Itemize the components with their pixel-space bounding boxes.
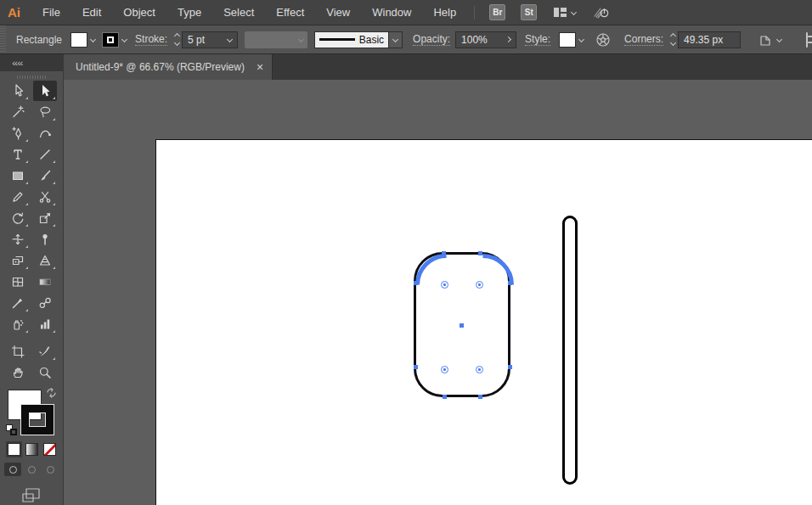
color-button[interactable] xyxy=(8,443,20,456)
fill-swatch[interactable] xyxy=(70,32,87,48)
anchor-point[interactable] xyxy=(414,281,418,285)
workspace-switcher[interactable] xyxy=(553,7,576,19)
anchor-point[interactable] xyxy=(508,281,512,285)
panel-grip[interactable] xyxy=(17,76,46,79)
align-icon-partial[interactable] xyxy=(805,32,812,48)
chevron-down-icon[interactable] xyxy=(227,36,233,42)
gradient-button[interactable] xyxy=(25,443,38,456)
lasso-tool[interactable] xyxy=(33,102,57,122)
brush-definition-field[interactable]: Basic xyxy=(314,31,389,48)
symbol-sprayer-tool[interactable] xyxy=(6,314,30,334)
anchor-point[interactable] xyxy=(442,251,446,255)
swap-fill-stroke-icon[interactable] xyxy=(46,388,57,398)
selection-tool[interactable] xyxy=(33,81,57,101)
menu-effect[interactable]: Effect xyxy=(265,6,315,19)
menu-object[interactable]: Object xyxy=(112,6,166,19)
corners-stepper[interactable] xyxy=(671,34,675,45)
stepper-down-icon[interactable] xyxy=(174,40,180,46)
anchor-point[interactable] xyxy=(478,251,482,255)
fill-color-control[interactable] xyxy=(70,32,95,48)
menu-help[interactable]: Help xyxy=(422,6,467,19)
live-corner-widget[interactable] xyxy=(476,281,483,289)
live-corner-widget[interactable] xyxy=(441,281,448,289)
column-graph-tool[interactable] xyxy=(33,314,57,334)
live-corner-widget[interactable] xyxy=(441,366,448,373)
opacity-field[interactable]: 100% xyxy=(455,31,516,48)
canvas[interactable] xyxy=(64,80,812,505)
scissors-tool[interactable] xyxy=(33,187,57,207)
stroke-proxy[interactable] xyxy=(21,405,54,435)
menu-file[interactable]: File xyxy=(31,6,71,19)
pencil-tool[interactable] xyxy=(6,187,30,207)
anchor-point[interactable] xyxy=(443,395,447,399)
bridge-button[interactable]: Br xyxy=(489,4,505,20)
style-swatch[interactable] xyxy=(559,32,576,48)
curvature-tool[interactable] xyxy=(33,123,57,143)
anchor-point[interactable] xyxy=(478,395,482,399)
opacity-link[interactable]: Opacity: xyxy=(413,33,450,46)
control-bar-grip[interactable] xyxy=(0,25,6,53)
menu-view[interactable]: View xyxy=(315,6,361,19)
direct-selection-tool[interactable] xyxy=(6,81,30,101)
shape-builder-tool[interactable] xyxy=(6,250,30,271)
stepper-down-icon[interactable] xyxy=(670,40,676,46)
width-tool[interactable] xyxy=(6,229,30,250)
draw-behind-button[interactable] xyxy=(23,463,40,476)
close-tab-button[interactable]: × xyxy=(257,61,263,73)
menu-edit[interactable]: Edit xyxy=(71,6,112,19)
anchor-point[interactable] xyxy=(508,365,512,369)
menu-select[interactable]: Select xyxy=(212,6,265,19)
recolor-artwork-icon[interactable] xyxy=(595,32,611,48)
pen-tool[interactable] xyxy=(6,123,30,143)
stock-button[interactable]: St xyxy=(521,4,537,20)
collapse-panel-button[interactable]: «« xyxy=(12,59,22,69)
stepper-up-icon[interactable] xyxy=(670,33,676,39)
document-tab[interactable]: Untitled-9* @ 66.67% (RGB/Preview) × xyxy=(64,54,273,80)
shape-properties-control[interactable] xyxy=(758,32,781,48)
line-segment-tool[interactable] xyxy=(33,144,57,165)
rectangle-tool[interactable] xyxy=(6,166,30,186)
rotate-tool[interactable] xyxy=(6,208,30,228)
shape-center-point[interactable] xyxy=(460,323,464,328)
pill-shape[interactable] xyxy=(562,216,578,485)
chevron-down-icon[interactable] xyxy=(578,36,584,42)
menu-type[interactable]: Type xyxy=(166,6,212,19)
eyedropper-tool[interactable] xyxy=(6,293,30,313)
stroke-weight-stepper[interactable] xyxy=(175,34,179,45)
gradient-tool[interactable] xyxy=(33,272,57,292)
artboard-tool[interactable] xyxy=(6,341,30,362)
blend-tool[interactable] xyxy=(33,293,57,313)
default-fill-stroke-icon[interactable] xyxy=(6,424,17,435)
graphic-style-control[interactable] xyxy=(559,32,584,48)
stepper-up-icon[interactable] xyxy=(174,33,180,39)
corners-field[interactable]: 49.35 px xyxy=(678,31,741,48)
chevron-down-icon[interactable] xyxy=(90,36,96,42)
zoom-tool[interactable] xyxy=(33,362,57,383)
chevron-down-icon[interactable] xyxy=(121,36,127,42)
paintbrush-tool[interactable] xyxy=(33,166,57,186)
brush-definition-dropdown[interactable] xyxy=(389,31,403,48)
scale-tool[interactable] xyxy=(33,208,57,228)
screen-mode-button[interactable] xyxy=(20,486,42,505)
stroke-panel-link[interactable]: Stroke: xyxy=(135,33,167,46)
type-tool[interactable] xyxy=(6,144,30,165)
stroke-swatch[interactable] xyxy=(102,32,119,48)
none-button[interactable] xyxy=(43,443,56,456)
perspective-grid-tool[interactable] xyxy=(33,250,57,271)
puppet-warp-tool[interactable] xyxy=(33,229,57,250)
anchor-point[interactable] xyxy=(414,365,418,369)
share-button[interactable] xyxy=(593,5,610,20)
draw-inside-button[interactable] xyxy=(42,463,59,476)
mesh-tool[interactable] xyxy=(6,272,30,292)
magic-wand-tool[interactable] xyxy=(6,102,30,122)
slice-tool[interactable] xyxy=(33,341,57,362)
menu-window[interactable]: Window xyxy=(361,6,422,19)
draw-normal-button[interactable] xyxy=(4,463,21,476)
corners-link[interactable]: Corners: xyxy=(624,33,663,46)
chevron-right-icon[interactable] xyxy=(505,36,511,42)
stroke-color-control[interactable] xyxy=(102,32,127,48)
hand-tool[interactable] xyxy=(6,362,30,383)
stroke-weight-field[interactable]: 5 pt xyxy=(182,31,238,48)
style-link[interactable]: Style: xyxy=(525,33,550,46)
live-corner-widget[interactable] xyxy=(476,366,483,373)
